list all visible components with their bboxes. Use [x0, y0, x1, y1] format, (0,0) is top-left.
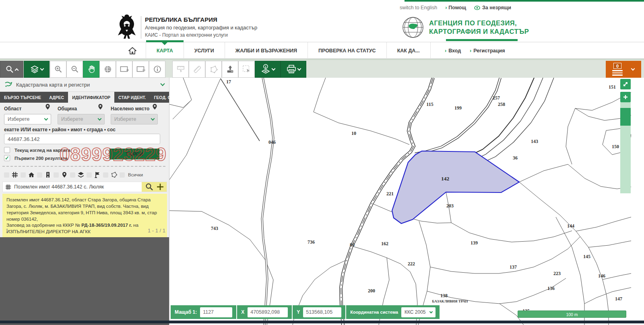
identify-layer-icon: [261, 64, 270, 75]
cart-menu-button[interactable]: 0: [606, 61, 641, 78]
pin-icon[interactable]: [152, 104, 157, 110]
tab-address[interactable]: АДРЕС: [45, 92, 68, 103]
oblast-select[interactable]: Изберете: [4, 114, 51, 124]
identifier-input[interactable]: [4, 134, 160, 144]
chevron-right-icon: ›: [470, 48, 471, 54]
select-region-button[interactable]: [238, 61, 255, 78]
agency-logo: АГЕНЦИЯ ПО ГЕОДЕЗИЯ, КАРТОГРАФИЯ И КАДАС…: [402, 16, 529, 39]
overview-tool-button[interactable]: [99, 61, 116, 78]
main-navigation: КАРТА УСЛУГИ ЖАЛБИ И ВЪЗРАЖЕНИЯ ПРОВЕРКА…: [0, 42, 644, 59]
filter-checkbox-flag[interactable]: [87, 172, 92, 178]
svg-text:115: 115: [426, 101, 433, 107]
filter-checkbox-parcel[interactable]: [4, 172, 9, 178]
tab-kak-da[interactable]: КАК ДА...: [387, 42, 431, 59]
add-to-cart-icon[interactable]: [156, 183, 164, 191]
chevron-down-icon: [297, 67, 301, 71]
module-selector[interactable]: Кадастрална карта и регистри: [0, 78, 169, 92]
eye-icon: [474, 6, 480, 10]
rect-plus-icon: [120, 66, 129, 73]
current-view-checkbox[interactable]: [4, 147, 10, 153]
x-coordinate-input[interactable]: [248, 307, 288, 317]
naseleno-select[interactable]: Изберете: [111, 114, 158, 124]
tab-zhalbi[interactable]: ЖАЛБИ И ВЪЗРАЖЕНИЯ: [225, 42, 308, 59]
upload-button[interactable]: [222, 61, 238, 78]
login-link[interactable]: ›Вход: [445, 48, 461, 54]
menu-line: [612, 70, 623, 71]
pin-icon[interactable]: [98, 104, 103, 110]
home-button[interactable]: [119, 42, 146, 59]
building-icon: [45, 172, 51, 178]
caret-up-icon: [14, 68, 19, 72]
tab-identifier[interactable]: ИДЕНТИФИКАТОР: [68, 92, 114, 103]
svg-text:36: 36: [513, 155, 518, 161]
page-number[interactable]: 1: [6, 228, 8, 234]
expand-map-button[interactable]: [620, 79, 631, 89]
measure-coordinates-button[interactable]: [172, 61, 189, 78]
sidebar-empty-panel: [0, 237, 169, 325]
result-list-item[interactable]: Поземлен имот 44687.36.142 с. Люляк: [2, 182, 167, 192]
filter-checkbox-building[interactable]: [21, 172, 26, 178]
chevron-right-icon: ›: [445, 5, 447, 10]
search-submit-button[interactable]: ТЪРСИ: [109, 149, 159, 159]
zoom-to-result-icon[interactable]: [145, 183, 153, 191]
expand-icon: [623, 81, 628, 87]
register-link[interactable]: ›Регистрация: [470, 48, 505, 54]
svg-text:10: 10: [351, 130, 356, 136]
tab-proverka[interactable]: ПРОВЕРКА НА СТАТУС: [308, 42, 387, 59]
accessibility-link[interactable]: За незрящи: [474, 5, 511, 10]
svg-text:145: 145: [583, 254, 590, 259]
obshtina-label: Община: [58, 106, 77, 112]
filter-checkbox-all[interactable]: [120, 172, 125, 178]
pin-icon: [61, 172, 68, 178]
tab-old-identifier[interactable]: СТАР ИДЕНТ.: [114, 92, 150, 103]
y-coordinate-section: Y: [293, 305, 345, 319]
pan-tool-button[interactable]: [83, 61, 99, 78]
help-link[interactable]: ›Помощ: [445, 5, 466, 10]
filter-checkbox-layer[interactable]: [70, 172, 75, 178]
obshtina-select[interactable]: Изберете: [58, 114, 105, 124]
agency-logo-text: АГЕНЦИЯ ПО ГЕОДЕЗИЯ, КАРТОГРАФИЯ И КАДАС…: [429, 19, 529, 35]
info-tool-button[interactable]: [149, 61, 165, 78]
y-coordinate-input[interactable]: [303, 307, 341, 317]
zoom-window-out-button[interactable]: [132, 61, 149, 78]
filter-all-label: Всички: [128, 172, 143, 177]
zoom-in-map-button[interactable]: [620, 92, 631, 102]
zoom-window-in-button[interactable]: [116, 61, 132, 78]
flag-icon: [94, 172, 101, 178]
selected-parcel-142[interactable]: [392, 151, 519, 224]
map-canvas[interactable]: 1711519925725815110046143150361422212031…: [169, 78, 631, 325]
print-button[interactable]: [281, 61, 306, 78]
chevron-down-icon: [160, 81, 165, 86]
select-dashed-icon: [242, 65, 251, 74]
measure-area-button[interactable]: [205, 61, 222, 78]
polygon-icon: [111, 172, 117, 178]
tab-quick-search[interactable]: БЪРЗО ТЪРСЕНЕ: [0, 92, 45, 103]
filter-checkbox-polygon[interactable]: [103, 172, 108, 178]
first200-checkbox[interactable]: ✓: [4, 155, 10, 161]
zoom-in-tool-button[interactable]: [50, 61, 66, 78]
zoom-in-icon: [54, 65, 62, 73]
crs-select[interactable]: ККС 2005: [401, 307, 436, 317]
chevron-down-icon: [40, 67, 44, 71]
chevron-down-icon: [98, 117, 102, 121]
search-tool-button[interactable]: [0, 61, 23, 78]
pin-icon[interactable]: [45, 104, 50, 110]
tab-karta[interactable]: КАРТА: [146, 42, 184, 59]
filter-checkbox-scheme[interactable]: [37, 172, 42, 178]
svg-text:203: 203: [446, 203, 454, 209]
layers-button[interactable]: [24, 61, 50, 78]
identify-button[interactable]: [255, 61, 281, 78]
tab-uslugi[interactable]: УСЛУГИ: [184, 42, 225, 59]
dashed-divider: [2, 166, 165, 167]
zoom-out-tool-button[interactable]: [66, 61, 83, 78]
measure-coordinates-icon: [176, 65, 185, 74]
switch-language-link[interactable]: switch to English: [400, 5, 437, 10]
utility-bar: switch to English ›Помощ За незрящи: [400, 5, 511, 10]
svg-text:223: 223: [553, 271, 561, 276]
measure-distance-button[interactable]: [189, 61, 205, 78]
scale-input[interactable]: [200, 307, 232, 317]
zoom-slider-handle[interactable]: [620, 108, 631, 126]
filter-checkbox-point[interactable]: [54, 172, 59, 178]
scale-label: Мащаб 1:: [175, 309, 197, 315]
active-tab-indicator: [146, 40, 184, 42]
